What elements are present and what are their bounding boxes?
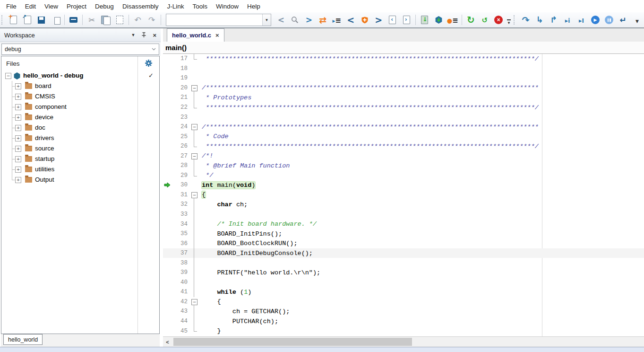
expand-icon[interactable]: + — [15, 104, 21, 110]
cut-icon[interactable]: ✂ — [85, 13, 99, 26]
tree-item-source[interactable]: +source — [1, 143, 159, 154]
tree-item-cmsis[interactable]: +CMSIS — [1, 91, 159, 102]
menu-item-window[interactable]: Window — [212, 1, 243, 11]
code-line-33: 33 — [163, 210, 644, 220]
reset-icon[interactable]: ↻ — [464, 13, 478, 26]
combo-dropdown-icon[interactable]: ▼ — [262, 14, 271, 26]
download-icon[interactable]: ↓ — [418, 13, 432, 26]
tree-item-label: doc — [35, 124, 45, 131]
expand-icon[interactable]: + — [15, 83, 21, 89]
menu-item-debug[interactable]: Debug — [91, 1, 118, 11]
tree-item-drivers[interactable]: +drivers — [1, 133, 159, 143]
nav-forward-icon[interactable]: > — [302, 13, 316, 26]
save-icon[interactable] — [34, 13, 49, 26]
expand-icon[interactable]: + — [15, 146, 21, 152]
step-into-icon[interactable]: ↳ — [532, 13, 547, 26]
tree-item-output[interactable]: +Output — [1, 175, 159, 185]
swap-arrows-icon[interactable]: ⇄ — [316, 13, 330, 26]
fold-marker[interactable]: − — [189, 122, 199, 132]
break-icon[interactable] — [602, 13, 617, 26]
fold-marker[interactable]: − — [189, 190, 199, 200]
workspace-tab[interactable]: hello_world — [3, 334, 43, 345]
fold-marker[interactable]: − — [189, 151, 199, 161]
tree-item-device[interactable]: +device — [1, 112, 159, 123]
breakpoints-icon[interactable]: ●≡ — [446, 13, 460, 26]
next-page-icon[interactable]: › — [400, 13, 414, 26]
new-file-icon[interactable]: + — [7, 13, 21, 26]
line-number: 40 — [171, 279, 188, 286]
more-icon[interactable]: ▼ — [630, 13, 644, 26]
code-text: char ch; — [202, 201, 248, 208]
menu-item-help[interactable]: Help — [243, 1, 265, 11]
window-menu-icon[interactable]: ▼ — [131, 33, 135, 37]
fold-marker[interactable]: − — [189, 83, 199, 93]
expand-icon[interactable]: + — [15, 114, 21, 121]
go-icon[interactable]: ▶ — [588, 13, 602, 26]
folder-icon — [25, 114, 32, 120]
editor-tab[interactable]: hello_world.c × — [167, 28, 224, 42]
print-icon[interactable] — [67, 13, 81, 26]
expand-icon[interactable]: + — [15, 94, 21, 100]
tree-root-hello-world[interactable]: −hello_world - debug✓ — [1, 70, 159, 81]
step-over-icon[interactable]: ↷ — [519, 13, 533, 26]
code-line-29: 29 */ — [163, 171, 644, 181]
gear-icon[interactable] — [145, 60, 152, 67]
toggle-bookmark-icon[interactable]: ▸≡ — [330, 13, 344, 26]
function-selector-bar[interactable]: main() — [163, 42, 644, 54]
code-line-45: 45 } — [163, 326, 644, 336]
close-panel-icon[interactable]: × — [153, 32, 156, 39]
expand-icon[interactable]: + — [15, 125, 21, 131]
horizontal-scrollbar[interactable]: < — [163, 336, 644, 347]
tree-item-doc[interactable]: +doc — [1, 123, 159, 133]
prev-page-icon[interactable]: ‹ — [386, 13, 400, 26]
menu-item-project[interactable]: Project — [62, 1, 91, 11]
expand-icon[interactable]: + — [15, 135, 21, 141]
tree-item-component[interactable]: +component — [1, 102, 159, 112]
paste-icon[interactable] — [112, 13, 127, 26]
fold-marker[interactable]: − — [189, 297, 199, 307]
toggle-breakpoint-icon[interactable] — [358, 13, 372, 26]
tree-item-startup[interactable]: +startup — [1, 154, 159, 164]
open-file-icon[interactable]: ↗ — [20, 13, 34, 26]
fold-marker — [189, 210, 199, 220]
download-debug-icon[interactable] — [432, 13, 446, 26]
next-bookmark-icon[interactable]: > — [372, 13, 386, 26]
configuration-select[interactable]: debug — [1, 44, 159, 55]
expand-icon[interactable]: + — [15, 167, 21, 173]
search-icon[interactable] — [288, 13, 302, 26]
run-to-cursor-icon[interactable]: ▸I — [575, 13, 589, 26]
scroll-left-arrow[interactable]: < — [163, 337, 172, 347]
menu-item-tools[interactable]: Tools — [188, 1, 212, 11]
collapse-icon[interactable]: − — [5, 73, 11, 79]
toolbar-search-combo[interactable]: ▼ — [166, 14, 271, 26]
undo-icon[interactable]: ↶ — [131, 13, 145, 26]
restart-icon[interactable]: ↺ — [478, 13, 492, 26]
fold-marker — [189, 132, 199, 141]
menu-item-j-link[interactable]: J-Link — [163, 1, 188, 11]
expand-icon[interactable]: + — [15, 177, 21, 183]
expand-icon[interactable]: + — [15, 156, 21, 162]
prev-bookmark-icon[interactable]: < — [344, 13, 358, 26]
pin-icon[interactable] — [141, 32, 146, 38]
menu-item-edit[interactable]: Edit — [21, 1, 40, 11]
tree-item-utilities[interactable]: +utilities — [1, 164, 159, 175]
scrollbar-thumb[interactable] — [173, 338, 412, 346]
step-out-icon[interactable]: ↱ — [547, 13, 561, 26]
save-all-icon[interactable] — [48, 13, 62, 26]
tree-item-board[interactable]: +board — [1, 81, 159, 91]
stop-icon[interactable]: × — [492, 13, 506, 26]
close-tab-icon[interactable]: × — [215, 32, 219, 39]
menu-item-view[interactable]: View — [40, 1, 62, 11]
toolbar-overflow-icon[interactable]: ▼ — [506, 13, 512, 27]
copy-icon[interactable] — [99, 13, 113, 26]
stop-debug-icon[interactable]: ↵ — [616, 13, 630, 26]
next-statement-icon[interactable]: ▸i — [560, 13, 575, 26]
menu-item-file[interactable]: File — [2, 1, 21, 11]
redo-icon[interactable]: ↷ — [145, 13, 159, 26]
line-number: 27 — [171, 153, 188, 159]
nav-back-icon[interactable]: < — [274, 13, 288, 26]
line-number: 21 — [171, 94, 188, 101]
menu-item-disassembly[interactable]: Disassembly — [118, 1, 163, 11]
code-area[interactable]: 17 *************************************… — [163, 54, 644, 336]
fold-marker — [189, 141, 199, 151]
